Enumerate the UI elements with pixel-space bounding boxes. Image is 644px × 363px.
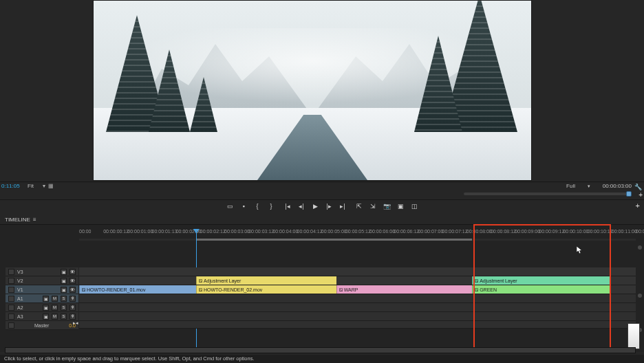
lock-toggle[interactable] <box>8 305 14 311</box>
settings-icon[interactable]: 🔧 <box>634 184 642 190</box>
ruler-tick: 00:00:08:00 <box>466 229 492 234</box>
caret-down-icon[interactable]: ▾ <box>43 183 45 189</box>
scrub-playhead[interactable] <box>626 191 632 197</box>
audio-meter <box>627 323 640 349</box>
solo-toggle[interactable]: S <box>61 314 67 320</box>
track-lanes[interactable]: fxAdjustment LayerfxAdjustment Layer fxH… <box>79 267 636 329</box>
step-back-button[interactable]: ◂| <box>297 201 306 211</box>
ruler-tick: 00:00:11:13 <box>636 229 644 234</box>
lane-a2[interactable] <box>79 303 636 312</box>
track-header-a3[interactable]: A3 ▣ M S 🎙 <box>6 312 78 321</box>
scroll-marker[interactable] <box>638 245 642 250</box>
sync-toggle[interactable]: ▣ <box>61 287 67 293</box>
timeline-zoom-scrollbar[interactable] <box>5 347 636 353</box>
voice-toggle[interactable]: 🎙 <box>69 305 76 311</box>
lock-toggle[interactable] <box>8 296 14 302</box>
sync-toggle[interactable]: ▣ <box>43 305 49 311</box>
mute-toggle[interactable]: M <box>52 314 58 320</box>
eye-toggle[interactable] <box>69 269 76 275</box>
time-ruler[interactable]: 00:0000:00:00:1200:00:01:0000:00:01:1300… <box>79 229 636 237</box>
ruler-tick: 00:00:10:00 <box>563 229 588 234</box>
play-button[interactable]: ▶ <box>310 201 320 211</box>
voice-toggle[interactable]: 🎙 <box>69 314 76 320</box>
ruler-tick: 00:00:11:00 <box>612 229 637 234</box>
lane-master[interactable] <box>79 321 636 329</box>
ruler-tick: 00:00:06:12 <box>394 229 419 234</box>
mute-toggle[interactable]: M <box>52 305 58 311</box>
add-marker-icon[interactable]: + <box>638 191 643 199</box>
lane-a1[interactable] <box>79 294 636 303</box>
sync-toggle[interactable]: ▣ <box>43 296 49 302</box>
jump-fwd-button[interactable]: ▸| <box>338 201 347 211</box>
track-label: V3 <box>17 270 27 274</box>
go-to-in-button[interactable]: { <box>253 201 262 211</box>
mark-in-button[interactable]: ▭ <box>225 201 235 211</box>
scroll-marker[interactable] <box>638 294 642 298</box>
lock-toggle[interactable] <box>8 314 14 320</box>
sync-toggle[interactable]: ▣ <box>43 314 49 320</box>
lift-button[interactable]: ⇱ <box>354 201 364 211</box>
timecode-duration: 00:00:03:00 <box>603 183 632 189</box>
grid-icon[interactable]: ▦ <box>48 183 54 189</box>
ruler-tick: 00:00:02:00 <box>176 229 202 234</box>
track-header-a1[interactable]: A1 ▣ M S 🎙 <box>6 294 78 303</box>
solo-toggle[interactable]: S <box>61 305 67 311</box>
fx-badge-icon: fx <box>82 288 85 292</box>
button-editor-icon[interactable]: + <box>636 201 640 210</box>
lock-toggle[interactable] <box>8 278 14 284</box>
lane-v2[interactable]: fxAdjustment LayerfxAdjustment Layer <box>79 276 636 285</box>
lock-toggle[interactable] <box>8 322 14 329</box>
track-header-v2[interactable]: V2 ▣ <box>6 276 78 285</box>
mark-out-button[interactable]: ▪ <box>239 201 248 211</box>
clip[interactable]: fxHOWTO-RENDER_02.mov <box>196 285 336 294</box>
track-header-v1[interactable]: V1 ▣ <box>6 285 78 294</box>
sync-toggle[interactable]: ▣ <box>61 269 67 275</box>
clip[interactable]: fxGREEN <box>472 285 611 294</box>
mute-toggle[interactable]: M <box>52 296 58 302</box>
caret-down-icon[interactable]: ▾ <box>588 184 590 189</box>
track-header-master[interactable]: Master 0.0 ▸◂ <box>6 321 78 330</box>
clip[interactable]: fxAdjustment Layer <box>472 276 611 285</box>
clip-label: HOWTO-RENDER_01.mov <box>87 287 145 292</box>
lane-a3[interactable] <box>79 312 636 321</box>
scrub-rail[interactable] <box>464 192 632 195</box>
track-label: A2 <box>17 305 27 310</box>
zoom-fit[interactable]: Fit <box>28 183 34 189</box>
voice-toggle[interactable]: 🎙 <box>69 296 76 302</box>
ruler-tick: 00:00:03:00 <box>224 229 250 234</box>
export-frame-button[interactable]: 📷 <box>382 201 391 211</box>
status-bar: Click to select, or click in empty space… <box>0 355 644 363</box>
scrollbar-thumb[interactable] <box>6 348 635 353</box>
lane-v3[interactable] <box>79 267 636 276</box>
track-header-a2[interactable]: A2 ▣ M S 🎙 <box>6 303 78 312</box>
work-area-bar[interactable] <box>196 239 472 241</box>
track-header-v3[interactable]: V3 ▣ <box>6 267 78 276</box>
clip[interactable]: fxWARP <box>336 285 472 294</box>
go-to-out-button[interactable]: } <box>266 201 276 211</box>
jump-back-button[interactable]: |◂ <box>283 201 292 211</box>
timecode-current[interactable]: 0:11:05 <box>1 183 20 189</box>
eye-toggle[interactable] <box>69 278 76 284</box>
ruler-tick: 00:00:01:00 <box>127 229 153 234</box>
clip-label: GREEN <box>480 287 497 292</box>
fx-badge-icon: fx <box>199 288 202 292</box>
step-fwd-button[interactable]: |▸ <box>324 201 334 211</box>
clip[interactable]: fxAdjustment Layer <box>196 276 336 285</box>
clip[interactable]: fxHOWTO-RENDER_01.mov <box>79 285 196 294</box>
eye-toggle[interactable] <box>69 287 76 293</box>
lock-toggle[interactable] <box>8 269 14 275</box>
comparison-view-button[interactable]: ◫ <box>409 201 419 211</box>
resolution-full[interactable]: Full <box>566 183 575 189</box>
sync-toggle[interactable]: ▣ <box>61 278 67 284</box>
ruler-tick: 00:00:09:12 <box>539 229 564 234</box>
solo-toggle[interactable]: S <box>61 296 67 302</box>
fx-badge-icon: fx <box>475 279 478 283</box>
timeline-panel: 00:0000:00:00:1200:00:01:0000:00:01:1300… <box>0 224 644 352</box>
extract-button[interactable]: ⇲ <box>368 201 378 211</box>
lane-v1[interactable]: fxHOWTO-RENDER_01.movfxHOWTO-RENDER_02.m… <box>79 285 636 294</box>
lock-toggle[interactable] <box>8 287 14 293</box>
timeline-tab[interactable]: TIMELINE ≡ <box>5 216 36 223</box>
safe-margins-button[interactable]: ▣ <box>396 201 405 211</box>
panel-menu-icon[interactable]: ≡ <box>33 217 36 223</box>
ruler-tick: 00:00:02:12 <box>200 229 226 234</box>
